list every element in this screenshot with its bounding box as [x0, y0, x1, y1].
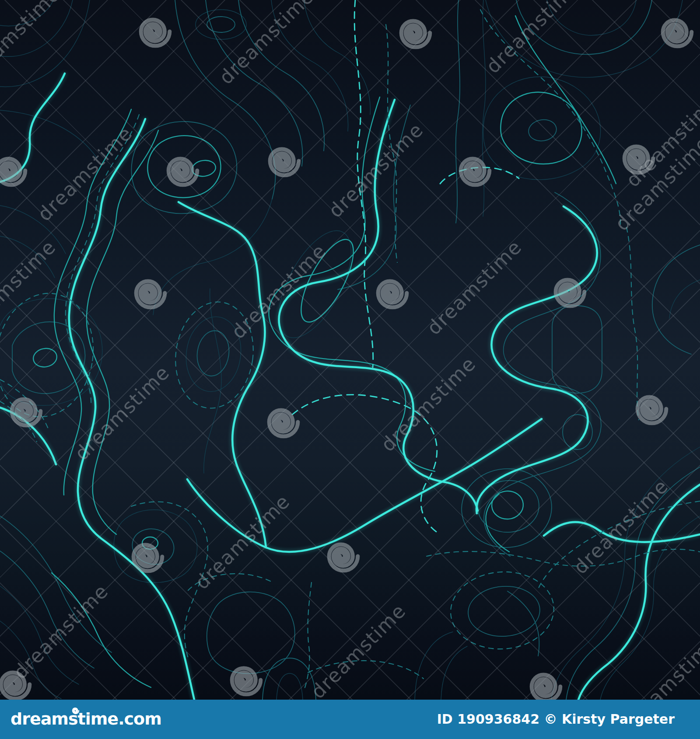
- watermark-text: dreamstime: [620, 630, 700, 700]
- dreamstime-spiral-icon: [270, 149, 299, 175]
- dreamstime-spiral-icon: [556, 280, 584, 306]
- credit-bar: dreamstime.com ID 190936842 © Kirsty Par…: [0, 700, 700, 739]
- dreamstime-logo-text: dreamstime.com: [10, 709, 161, 729]
- watermark-text: dreamstime: [569, 475, 673, 579]
- watermark-text: dreamstime: [215, 0, 318, 89]
- dreamstime-spiral-icon: [0, 159, 25, 185]
- dreamstime-spiral-icon: [269, 410, 298, 436]
- dreamstime-spiral-icon: [461, 159, 490, 185]
- watermark-texts: dreamstime dreamstime dreamstime dreamst…: [0, 0, 700, 700]
- watermark-text: dreamstime: [482, 0, 585, 78]
- watermark-text: dreamstime: [423, 236, 526, 339]
- watermark-text: dreamstime: [377, 352, 480, 456]
- watermark-text: dreamstime: [307, 600, 410, 700]
- watermark-text: dreamstime: [33, 122, 137, 226]
- dreamstime-spiral-icon: [168, 159, 197, 185]
- dreamstime-spiral-icon: [12, 399, 41, 425]
- watermark-text: dreamstime: [0, 236, 60, 339]
- watermark-layer: dreamstime dreamstime dreamstime dreamst…: [0, 0, 700, 700]
- logo-spiral-icon: [72, 707, 80, 715]
- dreamstime-spiral-icon: [133, 545, 162, 571]
- dreamstime-spiral-icon: [401, 21, 430, 47]
- dreamstime-logo: dreamstime.com: [10, 709, 161, 729]
- watermark-text: dreamstime: [191, 490, 294, 594]
- dreamstime-spiral-icon: [141, 20, 170, 46]
- dreamstime-spiral-icon: [378, 281, 407, 307]
- watermark-text: dreamstime: [70, 361, 174, 465]
- dreamstime-spiral-icon: [663, 20, 692, 46]
- watermark-text: dreamstime: [227, 240, 331, 343]
- watermark-text: dreamstime: [0, 0, 65, 87]
- dreamstime-spiral-icon: [637, 397, 666, 423]
- watermark-text: dreamstime: [9, 580, 113, 683]
- stock-image-page: dreamstime dreamstime dreamstime dreamst…: [0, 0, 700, 739]
- dreamstime-spiral-icon: [136, 281, 165, 307]
- watermark-text: dreamstime: [324, 119, 428, 222]
- dreamstime-spiral-icon: [329, 544, 358, 571]
- dreamstime-spiral-icon: [532, 675, 560, 700]
- dreamstime-spiral-icon: [232, 668, 261, 694]
- credit-text: ID 190936842 © Kirsty Pargeter: [437, 711, 675, 727]
